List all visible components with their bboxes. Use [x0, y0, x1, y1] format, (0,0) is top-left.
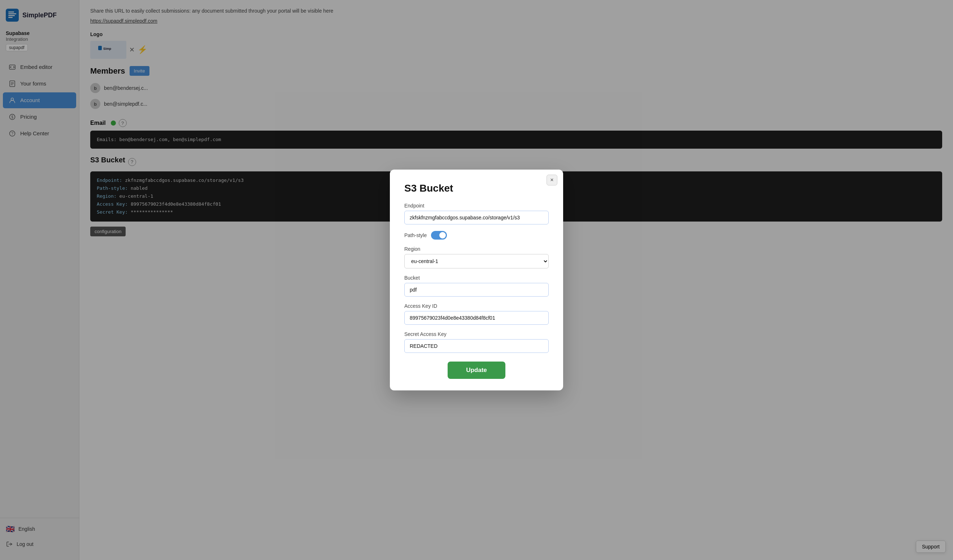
modal-close-button[interactable]: ×: [546, 175, 557, 185]
modal-title: S3 Bucket: [404, 183, 549, 194]
endpoint-input[interactable]: [404, 211, 549, 225]
modal-overlay[interactable]: × S3 Bucket Endpoint Path-style Region e…: [0, 0, 953, 560]
bucket-label: Bucket: [404, 275, 549, 281]
access-key-input[interactable]: [404, 311, 549, 325]
region-select[interactable]: eu-central-1 us-east-1 us-west-2 ap-sout…: [404, 254, 549, 268]
update-button[interactable]: Update: [448, 361, 505, 379]
region-label: Region: [404, 246, 549, 252]
s3-bucket-modal: × S3 Bucket Endpoint Path-style Region e…: [390, 169, 563, 391]
path-style-row: Path-style: [404, 231, 549, 240]
access-key-label: Access Key ID: [404, 303, 549, 309]
path-style-toggle[interactable]: [431, 231, 447, 240]
secret-key-field: Secret Access Key: [404, 331, 549, 353]
region-field: Region eu-central-1 us-east-1 us-west-2 …: [404, 246, 549, 268]
bucket-input[interactable]: [404, 283, 549, 296]
toggle-knob: [439, 232, 446, 239]
endpoint-label: Endpoint: [404, 203, 549, 209]
endpoint-field: Endpoint: [404, 203, 549, 225]
secret-key-label: Secret Access Key: [404, 331, 549, 337]
bucket-field: Bucket: [404, 275, 549, 296]
path-style-label: Path-style: [404, 233, 427, 238]
access-key-field: Access Key ID: [404, 303, 549, 325]
secret-key-input[interactable]: [404, 339, 549, 353]
